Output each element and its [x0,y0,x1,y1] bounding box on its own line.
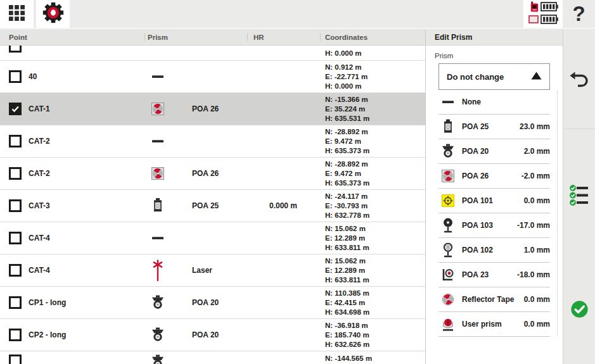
point-name: CAT-2 [29,137,50,146]
point-name: CAT-2 [29,169,50,178]
table-row[interactable]: N: -144.565 m [0,351,425,364]
coordinates: N: -15.366 mE: 35.224 mH: 635.531 m [325,95,369,123]
row-checkbox[interactable] [9,46,22,53]
poa23-icon [440,267,456,282]
row-checkbox[interactable] [9,135,22,147]
prism-option-poa-25[interactable]: POA 2523.0 mm [438,115,550,139]
dash-icon [150,232,166,244]
prism-label: POA 20 [192,330,219,339]
topbar: ? [0,0,595,29]
table-row[interactable]: CP2 - long POA 20N: -36.918 mE: 185.740 … [0,319,425,351]
table-row[interactable]: CAT-4N: 15.062 mE: 12.289 mH: 633.811 m [0,222,425,254]
prism-option-offset: -2.0 mm [521,172,550,180]
row-checkbox[interactable] [9,264,22,277]
prism-label: POA 26 [192,169,219,178]
coordinates: N: 15.062 mE: 12.289 mH: 633.811 m [325,256,369,285]
row-checkbox[interactable] [9,103,22,115]
poa25-icon [150,198,166,214]
row-checkbox[interactable] [9,232,22,244]
coordinates: N: -28.892 mE: 9.472 mH: 635.373 m [325,127,369,156]
prism-option-poa-20[interactable]: POA 202.0 mm [438,139,550,164]
prism-option-poa-103[interactable]: POA 103-17.0 mm [438,213,550,238]
point-name: CAT-4 [29,266,50,275]
help-button[interactable]: ? [563,0,595,28]
prism-option-offset: 0.0 mm [524,320,550,329]
apps-button[interactable] [0,0,34,28]
panel-title: Edit Prism [435,33,472,42]
prism-option-reflector-tape[interactable]: Reflector Tape0.0 mm [438,287,550,312]
poa102-icon [440,242,456,258]
row-checkbox[interactable] [9,329,22,341]
prism-option-offset: 0.0 mm [524,196,550,205]
hr-value: 0.000 m [269,201,297,210]
prism-option-label: POA 26 [462,172,489,180]
poa25-icon [440,119,456,135]
prism-label: POA 25 [192,201,219,210]
prism-option-label: POA 23 [462,270,489,279]
row-checkbox[interactable] [9,355,22,364]
undo-button[interactable] [563,70,595,92]
point-name: CP1 - long [29,298,66,307]
coordinates: N: 15.062 mE: 12.289 mH: 633.811 m [325,224,369,253]
column-header-point: Point [9,34,27,41]
checklist-icon [570,184,589,210]
app-window: ? Point Prism HR Coordinates H: 0.000 m4… [0,0,595,364]
prism-option-offset: 23.0 mm [520,122,550,131]
prism-option-poa-23[interactable]: POA 23-18.0 mm [438,263,550,287]
table-row[interactable]: CAT-1 POA 26N: -15.366 mE: 35.224 mH: 63… [0,93,425,125]
undo-icon [569,70,590,92]
point-table: Point Prism HR Coordinates H: 0.000 m40N… [0,29,426,364]
table-row[interactable]: CAT-4 LaserN: 15.062 mE: 12.289 mH: 633.… [0,254,425,287]
prism-option-none[interactable]: None [438,90,550,115]
poa20-icon [150,355,166,364]
table-row[interactable]: CAT-2 POA 26N: -28.892 mE: 9.472 mH: 635… [0,158,425,190]
table-row[interactable]: CAT-2N: -28.892 mE: 9.472 mH: 635.373 m [0,125,425,158]
poa20-icon [150,327,166,342]
table-row[interactable]: H: 0.000 m [0,46,425,61]
point-name: CAT-4 [29,234,50,242]
prism-option-label: User prism [462,320,502,329]
prism-option-offset: 2.0 mm [524,147,550,156]
coordinates: N: 110.385 mE: 42.415 mH: 634.698 m [325,289,369,317]
grid-icon [9,5,25,23]
dash-icon [150,70,166,83]
table-row[interactable]: CAT-3 POA 250.000 mN: -24.117 mE: -30.79… [0,190,425,222]
prism-option-label: POA 25 [462,122,489,131]
poa26-icon [440,170,456,182]
prism-option-poa-26[interactable]: POA 26-2.0 mm [438,164,550,189]
prism-option-poa-101[interactable]: POA 1010.0 mm [438,189,550,213]
table-row[interactable]: 40N: 0.912 mE: -22.771 mH: 0.000 m [0,61,425,93]
select-all-button[interactable] [563,184,595,210]
prism-dropdown-value: Do not change [447,72,504,82]
prism-option-offset: 1.0 mm [524,246,550,254]
prism-dropdown[interactable]: Do not change [438,63,550,90]
status-indicators [523,0,563,28]
settings-button[interactable] [36,0,70,28]
row-checkbox[interactable] [9,167,22,180]
prism-option-user-prism[interactable]: User prism0.0 mm [438,312,550,337]
dash-icon [150,135,166,147]
internal-battery-status [528,15,558,26]
poa20-icon [440,144,456,159]
edit-prism-panel: Edit Prism Prism Do not change None POA … [426,29,563,364]
point-table-body: H: 0.000 m40N: 0.912 mE: -22.771 mH: 0.0… [0,46,425,364]
panel-header: Edit Prism [426,29,563,46]
row-checkbox[interactable] [9,70,22,83]
confirm-button[interactable] [563,300,595,321]
column-divider [320,33,321,41]
prism-option-label: POA 20 [462,147,489,156]
coordinates: N: -36.918 mE: 185.740 mH: 632.626 m [325,321,369,349]
coordinates: N: -28.892 mE: 9.472 mH: 635.373 m [325,160,369,188]
radio-icon [530,1,539,15]
point-name: 40 [29,72,37,81]
row-checkbox[interactable] [9,199,22,212]
coordinates: H: 0.000 m [325,48,362,58]
prism-option-label: POA 102 [462,246,493,254]
help-icon: ? [572,2,585,26]
table-row[interactable]: CP1 - long POA 20N: 110.385 mE: 42.415 m… [0,287,425,319]
prism-label: Laser [192,266,212,275]
row-checkbox[interactable] [9,296,22,309]
prism-option-poa-102[interactable]: POA 1021.0 mm [438,238,550,263]
triangle-up-icon [531,71,542,82]
poa26-icon [150,103,166,115]
